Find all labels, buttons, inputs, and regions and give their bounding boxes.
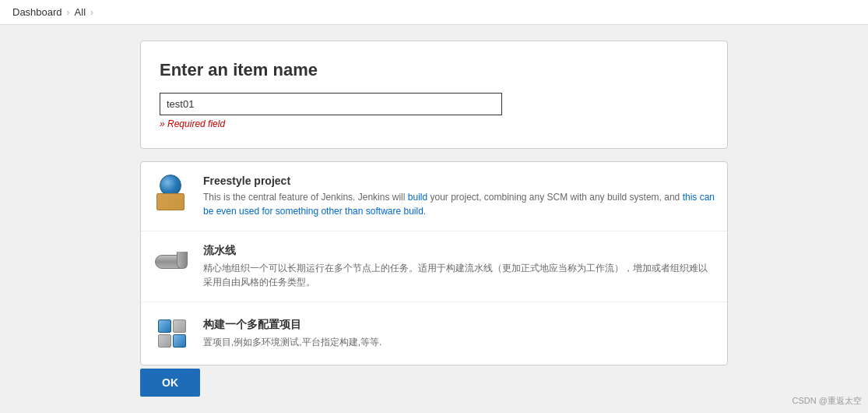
enter-name-panel: Enter an item name » Required field [140, 41, 728, 149]
multiconfig-icon [153, 315, 191, 352]
pipeline-desc: 精心地组织一个可以长期运行在多个节点上的任务。适用于构建流水线（更加正式地应当称… [203, 261, 715, 289]
breadcrumb-bar: Dashboard › All › [0, 0, 868, 25]
watermark: CSDN @重返太空 [792, 395, 862, 407]
multiconfig-desc: 置项目,例如多环境测试,平台指定构建,等等. [203, 335, 715, 349]
breadcrumb-dashboard[interactable]: Dashboard [12, 6, 62, 18]
main-content: Enter an item name » Required field Free… [0, 25, 868, 410]
freestyle-content: Freestyle project This is the central fe… [203, 175, 715, 218]
required-prefix: » [160, 118, 165, 129]
freestyle-icon [153, 175, 191, 212]
list-item[interactable]: Freestyle project This is the central fe… [141, 162, 727, 231]
ok-button-container: OK [140, 365, 728, 403]
panel-title: Enter an item name [160, 60, 708, 80]
ok-button[interactable]: OK [140, 369, 200, 397]
pipeline-content: 流水线 精心地组织一个可以长期运行在多个节点上的任务。适用于构建流水线（更加正式… [203, 244, 715, 289]
freestyle-desc: This is the central feature of Jenkins. … [203, 190, 715, 218]
breadcrumb-all[interactable]: All [75, 6, 86, 18]
item-type-panel: Freestyle project This is the central fe… [140, 161, 728, 365]
multiconfig-row[interactable]: 构建一个多配置项目 置项目,例如多环境测试,平台指定构建,等等. [141, 302, 727, 365]
multiconfig-content: 构建一个多配置项目 置项目,例如多环境测试,平台指定构建,等等. [203, 318, 715, 349]
item-name-input[interactable] [160, 93, 502, 115]
breadcrumb-arrow-1: › [67, 7, 70, 18]
pipeline-name: 流水线 [203, 244, 715, 258]
list-item[interactable]: 流水线 精心地组织一个可以长期运行在多个节点上的任务。适用于构建流水线（更加正式… [141, 231, 727, 302]
required-label: Required field [167, 118, 225, 129]
required-field-message: » Required field [160, 118, 708, 129]
breadcrumb-arrow-2: › [90, 7, 93, 18]
freestyle-name: Freestyle project [203, 175, 715, 187]
pipeline-icon [153, 244, 191, 281]
multiconfig-name: 构建一个多配置项目 [203, 318, 715, 332]
